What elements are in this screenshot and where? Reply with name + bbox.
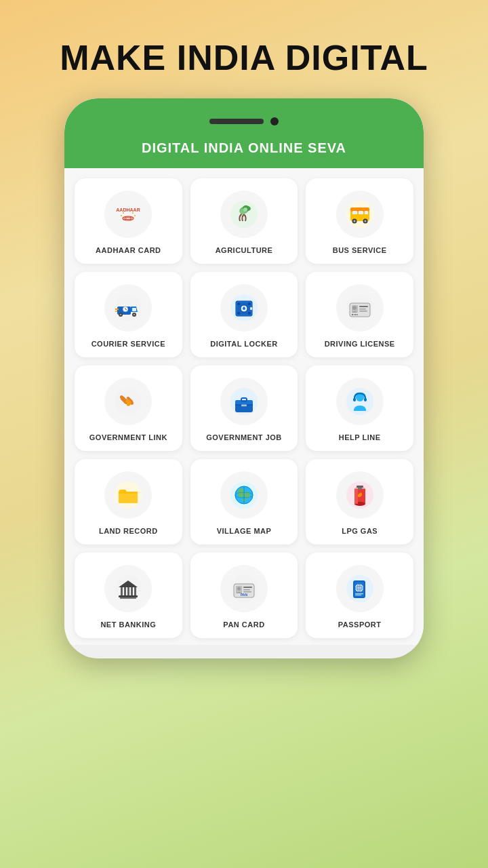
svg-rect-89	[131, 587, 133, 595]
land-label: LAND RECORD	[99, 527, 158, 535]
grid-item-pan-card[interactable]: PAN PAN CARD	[190, 553, 298, 638]
courier-icon	[104, 284, 152, 332]
services-grid: AADHAAR AADHAAR CARD	[75, 178, 413, 638]
grid-item-net-banking[interactable]: NET BANKING	[75, 553, 182, 638]
locker-label: DIGITAL LOCKER	[210, 340, 277, 348]
svg-rect-56	[355, 314, 357, 315]
page-title: MAKE INDIA DIGITAL	[46, 0, 442, 98]
agriculture-icon	[220, 191, 268, 238]
grid-item-bus-service[interactable]: BUS SERVICE	[306, 178, 413, 264]
svg-rect-46	[250, 307, 252, 310]
svg-point-50	[352, 306, 357, 310]
passport-icon	[336, 565, 384, 612]
bus-icon	[336, 191, 384, 238]
grid-item-government-link[interactable]: GOVERNMENT LINK	[75, 366, 182, 451]
link-label: GOVERNMENT LINK	[89, 433, 167, 441]
svg-point-21	[353, 220, 355, 222]
svg-point-13	[243, 208, 247, 212]
svg-text:PAN: PAN	[241, 593, 248, 597]
gas-icon	[336, 471, 384, 519]
bus-label: BUS SERVICE	[333, 246, 387, 254]
help-label: HELP LINE	[339, 433, 381, 441]
phone-top: DIGITAL INDIA ONLINE SEVA	[64, 98, 424, 168]
grid-item-help-line[interactable]: HELP LINE	[306, 366, 413, 451]
bank-label: NET BANKING	[100, 620, 156, 629]
svg-rect-108	[355, 593, 363, 594]
svg-rect-90	[134, 587, 136, 595]
svg-point-30	[134, 314, 136, 316]
camera	[270, 117, 279, 125]
pan-label: PAN CARD	[223, 620, 264, 629]
svg-rect-17	[352, 211, 357, 214]
courier-label: COURIER SERVICE	[92, 340, 165, 348]
svg-rect-97	[243, 587, 252, 588]
notch-area	[209, 117, 279, 125]
svg-rect-39	[237, 302, 240, 305]
svg-rect-40	[248, 302, 251, 305]
gas-label: LPG GAS	[342, 527, 378, 535]
aadhaar-label: AADHAAR CARD	[96, 246, 161, 254]
svg-point-96	[237, 587, 241, 591]
phone-frame: DIGITAL INDIA ONLINE SEVA AADHAAR	[64, 98, 424, 658]
grid-item-driving-license[interactable]: DRIVING LICENSE	[306, 272, 413, 357]
svg-rect-57	[357, 314, 358, 315]
svg-text:AADHAAR: AADHAAR	[117, 208, 140, 212]
driving-label: DRIVING LICENSE	[325, 340, 395, 348]
grid-item-agriculture[interactable]: AGRICULTURE	[190, 178, 298, 264]
svg-rect-92	[120, 597, 136, 599]
svg-point-28	[120, 314, 122, 316]
svg-point-8	[134, 215, 136, 216]
job-label: GOVERNMENT JOB	[206, 433, 282, 441]
svg-point-72	[238, 488, 245, 498]
aadhaar-icon: AADHAAR	[104, 191, 152, 238]
svg-rect-86	[121, 587, 123, 595]
svg-rect-26	[132, 308, 136, 311]
svg-rect-91	[119, 595, 138, 597]
svg-point-6	[132, 212, 134, 214]
map-icon	[220, 471, 268, 519]
svg-rect-98	[243, 589, 250, 591]
svg-rect-18	[359, 211, 363, 214]
svg-rect-87	[124, 587, 126, 595]
grid-item-digital-locker[interactable]: DIGITAL LOCKER	[190, 272, 298, 357]
land-icon	[104, 471, 152, 519]
link-icon	[104, 378, 152, 425]
speaker	[209, 119, 264, 124]
svg-rect-42	[248, 312, 251, 315]
svg-rect-81	[354, 489, 358, 504]
svg-rect-55	[354, 314, 354, 315]
phone-header: DIGITAL INDIA ONLINE SEVA	[64, 134, 424, 168]
svg-rect-52	[359, 309, 366, 310]
passport-label: PASSPORT	[338, 620, 382, 629]
driving-icon	[336, 284, 384, 332]
svg-rect-54	[352, 314, 353, 315]
svg-rect-53	[359, 311, 367, 312]
grid-item-government-job[interactable]: GOVERNMENT JOB	[190, 366, 298, 451]
svg-point-5	[123, 212, 124, 214]
agriculture-label: AGRICULTURE	[216, 246, 273, 254]
locker-icon	[220, 284, 268, 332]
svg-rect-68	[364, 398, 367, 401]
grid-item-land-record[interactable]: LAND RECORD	[75, 459, 182, 545]
svg-rect-67	[353, 398, 356, 401]
svg-rect-51	[359, 306, 368, 307]
bank-icon	[104, 565, 152, 612]
grid-item-aadhaar-card[interactable]: AADHAAR AADHAAR CARD	[75, 178, 182, 264]
map-label: VILLAGE MAP	[217, 527, 272, 535]
header-text: DIGITAL INDIA ONLINE SEVA	[142, 140, 346, 155]
svg-point-23	[364, 220, 366, 222]
grid-item-lpg-gas[interactable]: LPG GAS	[306, 459, 413, 545]
svg-rect-19	[365, 211, 368, 214]
grid-item-village-map[interactable]: VILLAGE MAP	[190, 459, 298, 545]
help-icon	[336, 378, 384, 425]
svg-rect-88	[127, 587, 129, 595]
grid-item-passport[interactable]: PASSPORT	[306, 553, 413, 638]
svg-rect-41	[237, 312, 240, 315]
svg-point-0	[115, 201, 142, 228]
phone-screen: AADHAAR AADHAAR CARD	[64, 168, 424, 645]
svg-rect-109	[355, 595, 361, 595]
svg-point-7	[121, 215, 122, 216]
svg-rect-83	[357, 486, 363, 488]
grid-item-courier-service[interactable]: COURIER SERVICE	[75, 272, 182, 357]
job-icon	[220, 378, 268, 425]
